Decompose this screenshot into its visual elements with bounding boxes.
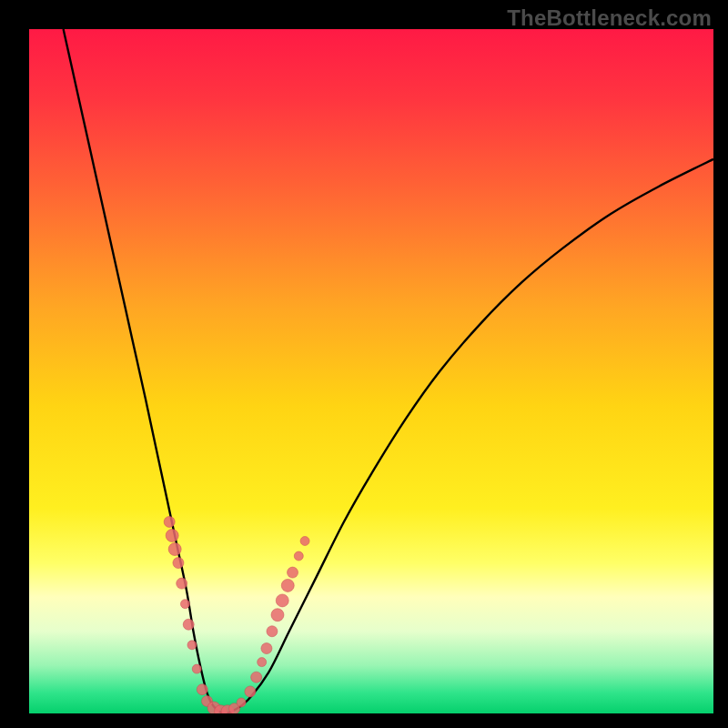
marker-dot	[281, 579, 294, 592]
frame: TheBottleneck.com	[0, 0, 728, 728]
marker-dot	[168, 543, 181, 556]
bottleneck-curve	[64, 29, 713, 713]
marker-dot	[173, 558, 184, 569]
marker-dot	[300, 537, 309, 546]
marker-dot	[288, 567, 298, 578]
marker-dot	[294, 551, 303, 561]
marker-dot	[192, 664, 201, 673]
marker-dot	[267, 626, 278, 637]
marker-dot	[261, 643, 272, 654]
marker-dot	[271, 609, 284, 622]
markers-group	[164, 516, 309, 713]
marker-dot	[180, 600, 189, 609]
marker-dot	[197, 684, 207, 695]
plot-area	[29, 29, 713, 713]
marker-dot	[164, 516, 175, 527]
marker-dot	[166, 529, 178, 541]
marker-dot	[183, 619, 194, 630]
chart-svg	[29, 29, 713, 713]
marker-dot	[237, 698, 246, 707]
marker-dot	[177, 578, 187, 589]
marker-dot	[258, 658, 267, 667]
marker-dot	[245, 686, 256, 697]
watermark-text: TheBottleneck.com	[507, 5, 712, 31]
marker-dot	[276, 594, 288, 607]
marker-dot	[251, 672, 262, 682]
marker-dot	[187, 641, 197, 650]
